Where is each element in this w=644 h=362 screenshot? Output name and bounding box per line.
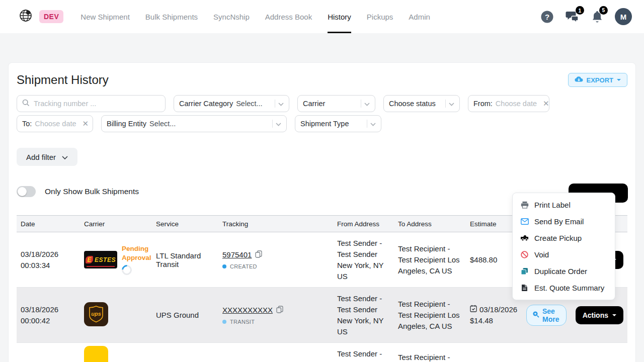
caret-down-icon: [612, 314, 616, 316]
truck-icon: [520, 235, 529, 241]
to-date-label: To:: [22, 120, 32, 128]
nav-item-admin[interactable]: Admin: [409, 0, 430, 33]
col-tracking: Tracking: [218, 220, 333, 228]
carrier-category-select[interactable]: Carrier Category Select...: [174, 95, 289, 112]
estimate-date: 03/18/2026: [479, 304, 517, 315]
svg-text:?: ?: [545, 13, 549, 21]
status-placeholder: Choose status: [389, 100, 436, 108]
see-more-button[interactable]: See More: [526, 305, 567, 326]
tracking-link[interactable]: XXXXXXXXXX: [222, 306, 273, 314]
add-filter-button[interactable]: Add filter: [17, 148, 77, 166]
chevron-down-icon: [449, 100, 454, 108]
caret-down-icon: [617, 79, 621, 81]
col-from-address: From Address: [333, 220, 394, 228]
carrier-select[interactable]: Carrier: [297, 95, 375, 112]
estimate-price: $14.48: [470, 315, 518, 326]
from-address-cell: Test Sender - Test Sender New York, NY U…: [333, 238, 394, 282]
from-date-picker[interactable]: From: Choose date ✕: [468, 95, 549, 112]
tracking-number-input[interactable]: [33, 99, 160, 108]
carrier-category-value: Select...: [236, 100, 262, 108]
nav-links: New Shipment Bulk Shipments SyncNship Ad…: [80, 0, 430, 33]
menu-item-void[interactable]: Void: [513, 246, 615, 263]
tracking-link[interactable]: 5975401: [222, 250, 252, 259]
shipment-type-select[interactable]: Shipment Type: [295, 115, 381, 132]
from-date-placeholder: Choose date: [496, 100, 537, 108]
menu-item-est-quote-summary[interactable]: Est. Quote Summary: [513, 280, 615, 296]
clear-icon[interactable]: ✕: [83, 119, 89, 128]
copy-icon[interactable]: [276, 306, 283, 315]
cloud-download-icon: [575, 76, 583, 84]
to-date-placeholder: Choose date: [35, 120, 76, 128]
estes-carrier-logo: E ESTES: [84, 251, 117, 268]
chat-icon[interactable]: 1: [566, 10, 580, 23]
brand[interactable]: DEV: [19, 9, 63, 24]
nav-item-new-shipment[interactable]: New Shipment: [80, 0, 130, 33]
chevron-down-icon: [364, 100, 370, 108]
filters: Carrier Category Select... Carrier Choos…: [17, 95, 627, 132]
col-to-address: To Address: [394, 220, 466, 228]
tracking-cell: XXXXXXXXXX TRANSIT: [218, 306, 333, 325]
to-address-cell: Test Recipient - Test Recipient Los Ange…: [394, 299, 466, 332]
table-row: Test Sender - Test Sender New York, NY U…: [17, 343, 627, 362]
nav-item-syncnship[interactable]: SyncNship: [213, 0, 250, 33]
estimate-cell: 03/18/2026 $14.48: [466, 304, 522, 326]
actions-cell: See More Actions: [522, 305, 627, 326]
billing-entity-label: Billing Entity: [107, 120, 146, 128]
service-cell: LTL Standard Transit: [152, 251, 218, 268]
copy-icon[interactable]: [255, 250, 262, 259]
ups-carrier-logo: ups: [84, 302, 108, 328]
status-select[interactable]: Choose status: [383, 95, 460, 112]
menu-item-send-by-email[interactable]: Send By Email: [513, 213, 615, 230]
to-address-cell: Test Recipient - Test Recipient Los Ange…: [394, 343, 466, 362]
magnifier-plus-icon: [532, 311, 539, 319]
help-icon[interactable]: ?: [540, 10, 554, 24]
billing-entity-value: Select...: [149, 120, 176, 128]
avatar[interactable]: M: [615, 8, 632, 25]
env-badge: DEV: [39, 10, 63, 23]
menu-item-duplicate-order[interactable]: Duplicate Order: [513, 263, 615, 280]
carrier-category-label: Carrier Category: [179, 100, 233, 108]
to-date-picker[interactable]: To: Choose date ✕: [17, 115, 93, 132]
export-button[interactable]: EXPORT: [568, 73, 627, 87]
status-dot: [222, 320, 226, 324]
shipment-type-label: Shipment Type: [300, 120, 349, 128]
to-address-cell: Test Recipient - Test Recipient Los Ange…: [394, 243, 466, 277]
menu-item-print-label[interactable]: Print Label: [513, 197, 615, 213]
chat-badge: 1: [576, 6, 584, 15]
nav-item-pickups[interactable]: Pickups: [367, 0, 393, 33]
chevron-down-icon: [276, 120, 281, 128]
actions-button[interactable]: Actions: [576, 306, 623, 324]
bell-badge: 5: [599, 6, 608, 15]
carrier-cell: ups: [80, 302, 152, 328]
clear-icon[interactable]: ✕: [543, 99, 549, 108]
page-title: Shipment History: [17, 73, 109, 87]
printer-icon: [520, 201, 529, 209]
tracking-number-input-box: [17, 95, 166, 112]
envelope-icon: [520, 218, 529, 225]
billing-entity-select[interactable]: Billing Entity Select...: [101, 115, 287, 132]
date-cell: 03/18/2026 00:00:42: [17, 304, 80, 326]
globe-logo-icon: [19, 9, 32, 24]
add-filter-label: Add filter: [26, 153, 56, 161]
from-address-cell: Test Sender - Test Sender New York, NY U…: [333, 348, 394, 362]
void-icon: [520, 251, 529, 258]
nav-item-bulk-shipments[interactable]: Bulk Shipments: [145, 0, 198, 33]
status-dot: [222, 264, 226, 268]
carrier-cell: [80, 343, 152, 362]
menu-item-create-pickup[interactable]: Create Pickup: [513, 230, 615, 246]
col-service: Service: [152, 220, 218, 228]
from-address-cell: Test Sender - Test Sender New York, NY U…: [333, 293, 394, 337]
nav-item-history[interactable]: History: [328, 0, 351, 33]
col-date: Date: [17, 220, 80, 228]
nav-item-address-book[interactable]: Address Book: [265, 0, 312, 33]
bulk-shipments-toggle[interactable]: [17, 186, 36, 197]
chevron-down-icon: [62, 153, 68, 161]
chevron-down-icon: [370, 120, 376, 128]
carrier-cell: E ESTES Pending Approval: [80, 244, 152, 275]
file-icon: [520, 284, 529, 292]
top-nav: DEV New Shipment Bulk Shipments SyncNshi…: [0, 0, 644, 33]
service-cell: UPS Ground: [152, 311, 218, 319]
bell-icon[interactable]: 5: [591, 10, 603, 24]
duplicate-icon: [520, 267, 529, 275]
tracking-cell: 5975401 CREATED: [218, 250, 333, 269]
